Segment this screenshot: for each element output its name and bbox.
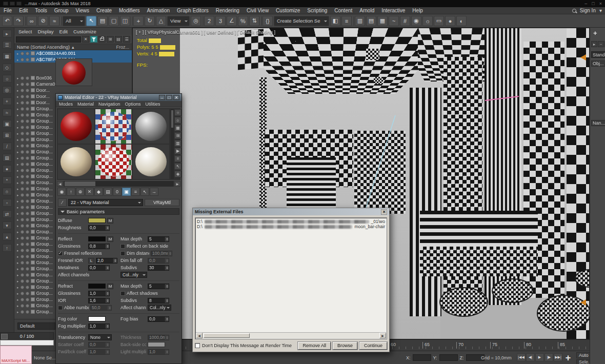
list-horizontal-scrollbar[interactable]: ◀ ▶ — [196, 332, 386, 338]
frozen-toggle-icon[interactable] — [26, 206, 29, 209]
y-coordinate-field[interactable] — [439, 354, 458, 361]
visibility-toggle-icon[interactable] — [21, 187, 24, 191]
frozen-toggle-icon[interactable] — [26, 181, 29, 185]
expand-all-icon[interactable]: ▾ — [3, 221, 12, 229]
frozen-toggle-icon[interactable] — [26, 187, 29, 191]
visibility-toggle-icon[interactable] — [21, 310, 24, 314]
expand-caret-icon[interactable] — [17, 205, 19, 210]
frozen-toggle-icon[interactable] — [26, 292, 29, 295]
go-to-parent-icon[interactable]: ↖ — [140, 188, 149, 196]
display-spacewarps-icon[interactable]: ≈ — [3, 109, 12, 116]
menu-civil-view[interactable]: Civil View — [243, 8, 272, 13]
command-panel-plus-icon[interactable]: + — [593, 29, 597, 37]
visibility-toggle-icon[interactable] — [21, 298, 24, 301]
mirror-icon[interactable]: ◧ — [330, 16, 340, 26]
frozen-toggle-icon[interactable] — [26, 101, 29, 105]
frozen-toggle-icon[interactable] — [26, 267, 29, 271]
maxscript-listener-white[interactable] — [0, 340, 54, 346]
expand-caret-icon[interactable] — [17, 155, 19, 160]
material-editor-titlebar[interactable]: Material Editor - 22 - VRay Material – □… — [56, 94, 182, 101]
samples-vertical-scrollbar[interactable] — [171, 109, 174, 179]
sample-type-icon[interactable]: ○ — [174, 109, 182, 116]
expand-caret-icon[interactable] — [17, 143, 19, 148]
toggle-ribbon-icon[interactable]: ▦ — [377, 16, 388, 26]
toggle-scene-explorer-icon[interactable]: ▥ — [355, 16, 365, 26]
back-side-color-swatch[interactable] — [148, 342, 165, 347]
reflect-back-checkbox[interactable] — [120, 244, 125, 249]
separator[interactable] — [60, 16, 62, 26]
visibility-toggle-icon[interactable] — [21, 58, 24, 62]
me-menu-modes[interactable]: Modes — [59, 102, 73, 107]
selection-filter-dropdown[interactable]: All — [63, 16, 85, 26]
visibility-toggle-icon[interactable] — [21, 279, 24, 283]
fresnel-ior-lock-button[interactable]: L — [88, 258, 94, 264]
translucency-dropdown[interactable]: None — [88, 334, 112, 340]
separator[interactable] — [260, 16, 261, 26]
expand-caret-icon[interactable] — [17, 241, 19, 247]
expand-caret-icon[interactable] — [17, 235, 19, 240]
visibility-toggle-icon[interactable] — [21, 242, 24, 246]
frozen-toggle-icon[interactable] — [26, 273, 29, 277]
frozen-toggle-icon[interactable] — [26, 261, 29, 265]
sample-slot-1[interactable] — [58, 109, 94, 144]
visibility-toggle-icon[interactable] — [21, 119, 24, 123]
visibility-toggle-icon[interactable] — [21, 255, 24, 258]
expand-caret-icon[interactable] — [17, 82, 19, 87]
visibility-toggle-icon[interactable] — [21, 138, 24, 141]
save-icon[interactable] — [10, 2, 15, 6]
object-type-rollout[interactable]: Obj... — [591, 60, 605, 67]
basic-parameters-rollout[interactable]: Basic parameters — [58, 208, 179, 215]
schematic-view-icon[interactable]: # — [400, 16, 410, 26]
explorer-menu-edit[interactable]: Edit — [59, 29, 68, 35]
visibility-toggle-icon[interactable] — [21, 286, 24, 289]
fresnel-checkbox[interactable] — [58, 251, 63, 256]
visibility-toggle-icon[interactable] — [21, 193, 24, 197]
expand-caret-icon[interactable] — [17, 174, 19, 179]
select-by-material-icon[interactable]: ↖ — [174, 163, 182, 170]
background-icon[interactable]: ▦ — [174, 125, 182, 131]
display-hidden-icon[interactable]: ○ — [3, 188, 12, 195]
menu-content[interactable]: Content — [331, 8, 356, 13]
expand-caret-icon[interactable] — [17, 272, 19, 277]
visibility-toggle-icon[interactable] — [21, 181, 24, 185]
frozen-toggle-icon[interactable] — [26, 95, 29, 98]
sync-selection-icon[interactable]: ⇄ — [3, 210, 12, 218]
continue-button[interactable]: Continue — [359, 342, 387, 350]
visibility-toggle-icon[interactable] — [21, 261, 24, 265]
refract-map-button[interactable]: M — [107, 284, 113, 289]
me-menu-utilities[interactable]: Utilities — [146, 102, 160, 107]
frozen-toggle-icon[interactable] — [26, 52, 29, 55]
sample-slot-3[interactable] — [133, 109, 169, 144]
visibility-toggle-icon[interactable] — [21, 292, 24, 295]
menu-graph-editors[interactable]: Graph Editors — [173, 8, 212, 13]
explorer-column-header[interactable]: Name (Sorted Ascending) ▴ Froz... — [14, 44, 132, 50]
expand-caret-icon[interactable] — [17, 57, 19, 62]
affect-shadows-checkbox[interactable] — [120, 291, 125, 296]
frozen-toggle-icon[interactable] — [26, 83, 29, 86]
workspace-caret-icon[interactable]: ▾ — [599, 8, 602, 13]
missing-file-row[interactable]: D:\ _01\wo — [197, 219, 385, 224]
lock-cell-editing-icon[interactable]: ▫ — [3, 199, 12, 207]
visibility-toggle-icon[interactable] — [21, 89, 24, 92]
menu-views[interactable]: Views — [72, 8, 93, 13]
expand-caret-icon[interactable] — [17, 217, 19, 222]
time-slider[interactable]: 0 / 100 — [0, 332, 54, 340]
expand-caret-icon[interactable] — [17, 88, 19, 93]
metalness-field[interactable]: 0,0 — [88, 265, 110, 271]
material-id-channel-icon[interactable]: 0 — [113, 188, 122, 196]
render-production-icon[interactable]: ● — [445, 16, 455, 26]
expand-caret-icon[interactable] — [17, 149, 19, 154]
expand-caret-icon[interactable] — [17, 278, 19, 284]
visibility-toggle-icon[interactable] — [21, 249, 24, 252]
frozen-toggle-icon[interactable] — [26, 144, 29, 148]
expand-caret-icon[interactable] — [17, 291, 19, 296]
pick-parent-icon[interactable]: ↑ — [3, 244, 12, 252]
separator[interactable] — [202, 16, 203, 26]
expand-caret-icon[interactable] — [17, 229, 19, 234]
abbe-checkbox[interactable] — [58, 306, 63, 310]
undo-icon[interactable]: ↶ — [2, 16, 12, 26]
edit-named-selections-icon[interactable]: {} — [263, 16, 273, 26]
select-and-link-icon[interactable]: ∞ — [27, 16, 37, 26]
angle-snap-icon[interactable]: ∠ — [227, 16, 237, 26]
frozen-toggle-icon[interactable] — [26, 242, 29, 246]
